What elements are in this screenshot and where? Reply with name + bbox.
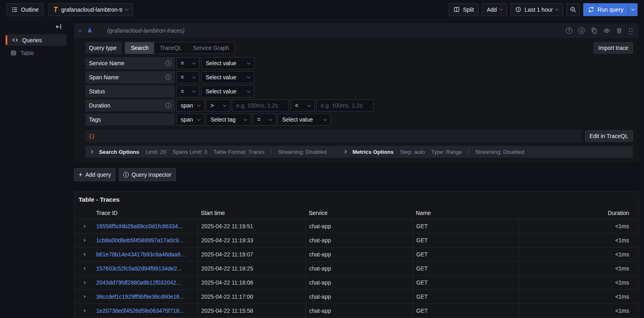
zoom-out-icon bbox=[570, 6, 576, 13]
traces-table-panel: Table - Traces Trace ID Start time Servi… bbox=[74, 192, 639, 318]
row-expander-icon[interactable] bbox=[82, 295, 85, 298]
sidebar-item-table[interactable]: Table bbox=[6, 47, 67, 59]
run-query-button[interactable]: Run query bbox=[583, 3, 638, 16]
duration-max-input[interactable] bbox=[316, 99, 374, 112]
row-expander-icon[interactable] bbox=[82, 267, 85, 270]
trace-id-link[interactable]: 157603c52fc5a92d94f99134de2... bbox=[96, 265, 182, 272]
service-cell: chat-app bbox=[305, 304, 413, 318]
service-name-field-label: Service Name i bbox=[85, 57, 175, 69]
search-options-table-format: Table Format: Traces bbox=[213, 149, 264, 155]
split-button[interactable]: Split bbox=[449, 3, 479, 16]
service-cell: chat-app bbox=[305, 276, 413, 289]
duration-field-label: Duration i bbox=[85, 99, 175, 112]
duration-gt-operator-select[interactable]: > bbox=[206, 99, 230, 112]
start-time-cell: 2025-04-22 11:19:51 bbox=[198, 219, 305, 233]
service-cell: chat-app bbox=[305, 219, 413, 233]
chevron-right-icon bbox=[90, 150, 93, 153]
record-circle-icon[interactable] bbox=[578, 27, 585, 34]
collapse-sidebar-icon[interactable] bbox=[55, 23, 62, 30]
table-row: 38ccdef1c1929ff5bf9e38cd60e16... 2025-04… bbox=[74, 290, 639, 304]
time-range-label: Last 1 hour bbox=[524, 6, 553, 13]
name-cell: GET bbox=[413, 233, 519, 247]
metrics-options-toggle[interactable]: Metrics Options bbox=[344, 149, 394, 155]
info-icon: i bbox=[165, 60, 171, 66]
chevron-down-icon bbox=[125, 7, 128, 10]
trace-id-link[interactable]: 38ccdef1c1929ff5bf9e38cd60e16... bbox=[96, 293, 184, 300]
chevron-down-icon bbox=[192, 75, 196, 78]
service-cell: chat-app bbox=[305, 262, 413, 275]
search-options-toggle[interactable]: Search Options bbox=[90, 149, 139, 155]
duration-min-input[interactable] bbox=[232, 99, 289, 112]
row-expander-icon[interactable] bbox=[82, 310, 85, 312]
trace-id-link[interactable]: 16558f5cf4b29a89cc0d1fc86334... bbox=[96, 223, 183, 229]
tags-tag-select[interactable]: Select tag bbox=[206, 114, 251, 126]
start-time-cell: 2025-04-22 11:18:25 bbox=[198, 262, 305, 275]
row-expander-icon[interactable] bbox=[82, 281, 85, 284]
query-inspector-button[interactable]: i Query inspector bbox=[119, 168, 176, 181]
service-cell: chat-app bbox=[305, 233, 413, 247]
status-value-select[interactable]: Select value bbox=[201, 85, 254, 97]
delete-query-trash-icon[interactable] bbox=[616, 28, 622, 34]
row-expander-icon[interactable] bbox=[82, 239, 85, 242]
query-editor-panel: A (grafanacloud-lambtron-traces) ? bbox=[74, 23, 639, 162]
column-header-duration: Duration bbox=[519, 210, 639, 216]
row-expander-icon[interactable] bbox=[82, 253, 85, 256]
table-row: 1e20738e0f4526d5fe063475f718... 2025-04-… bbox=[74, 304, 639, 318]
name-cell: GET bbox=[413, 262, 519, 275]
trace-id-link[interactable]: b61e78b14e43417b93c8a46daa8... bbox=[96, 251, 185, 258]
duration-lt-operator-select[interactable]: < bbox=[291, 99, 315, 112]
split-icon bbox=[454, 6, 460, 12]
run-query-caret[interactable] bbox=[628, 3, 638, 16]
service-name-operator-select[interactable]: = bbox=[176, 57, 200, 69]
start-time-cell: 2025-04-22 11:17:00 bbox=[198, 290, 305, 304]
duration-cell: <1ms bbox=[519, 248, 639, 261]
chevron-down-icon bbox=[223, 103, 226, 106]
trace-id-link[interactable]: 2043dd79fdf2880a9b12f032042... bbox=[96, 279, 181, 286]
tempo-logo-icon: T bbox=[53, 6, 58, 13]
add-dropdown[interactable]: Add bbox=[482, 3, 507, 16]
edit-in-traceql-button[interactable]: Edit in TraceQL bbox=[585, 130, 633, 142]
help-icon[interactable]: ? bbox=[566, 27, 572, 34]
duration-cell: <1ms bbox=[519, 219, 639, 233]
name-cell: GET bbox=[413, 276, 519, 289]
tags-operator-select[interactable]: = bbox=[253, 114, 276, 126]
chevron-down-icon bbox=[197, 117, 200, 120]
chevron-down-icon bbox=[247, 89, 250, 92]
row-expander-icon[interactable] bbox=[82, 225, 85, 227]
duration-scope-select[interactable]: span bbox=[176, 99, 204, 112]
hide-query-eye-icon[interactable] bbox=[603, 27, 610, 34]
span-name-operator-select[interactable]: = bbox=[176, 71, 200, 83]
tags-scope-select[interactable]: span bbox=[176, 114, 204, 126]
add-query-button[interactable]: + Add query bbox=[74, 168, 116, 181]
span-name-value-select[interactable]: Select value bbox=[201, 71, 254, 83]
query-type-search[interactable]: Search bbox=[125, 42, 154, 54]
outline-button[interactable]: Outline bbox=[6, 3, 43, 16]
collapse-query-icon[interactable] bbox=[78, 28, 82, 31]
column-header-name: Name bbox=[413, 210, 519, 216]
chevron-down-icon bbox=[192, 89, 196, 92]
toolbar-right: Split Add Last 1 hour bbox=[449, 3, 638, 16]
drag-handle-icon[interactable] bbox=[628, 27, 633, 34]
table-grid-icon bbox=[10, 50, 17, 56]
trace-id-link[interactable]: 1cb8a00d8eb5f4588997a17a0c9... bbox=[96, 237, 183, 244]
chevron-right-icon bbox=[343, 150, 346, 153]
explore-main: A (grafanacloud-lambtron-traces) ? bbox=[68, 19, 644, 318]
import-trace-button[interactable]: Import trace bbox=[594, 42, 633, 54]
service-name-value-select[interactable]: Select value bbox=[201, 57, 254, 69]
zoom-out-button[interactable] bbox=[566, 3, 580, 16]
traceql-preview: {} bbox=[85, 130, 582, 142]
name-cell: GET bbox=[413, 304, 519, 318]
query-type-traceql[interactable]: TraceQL bbox=[154, 42, 187, 54]
table-row: 157603c52fc5a92d94f99134de2... 2025-04-2… bbox=[74, 262, 639, 276]
time-range-picker[interactable]: Last 1 hour bbox=[510, 3, 563, 16]
sidebar-item-queries[interactable]: Queries bbox=[6, 34, 67, 46]
trace-id-link[interactable]: 1e20738e0f4526d5fe063475f718... bbox=[96, 308, 184, 314]
name-cell: GET bbox=[413, 248, 519, 261]
status-operator-select[interactable]: = bbox=[176, 85, 200, 97]
datasource-picker[interactable]: T grafanacloud-lambtron-tr bbox=[48, 3, 133, 16]
query-type-service-graph[interactable]: Service Graph bbox=[187, 42, 234, 54]
duration-cell: <1ms bbox=[519, 262, 639, 275]
tags-value-select[interactable]: Select value bbox=[278, 114, 331, 126]
duplicate-query-icon[interactable] bbox=[591, 27, 597, 34]
chevron-down-icon bbox=[197, 103, 200, 106]
